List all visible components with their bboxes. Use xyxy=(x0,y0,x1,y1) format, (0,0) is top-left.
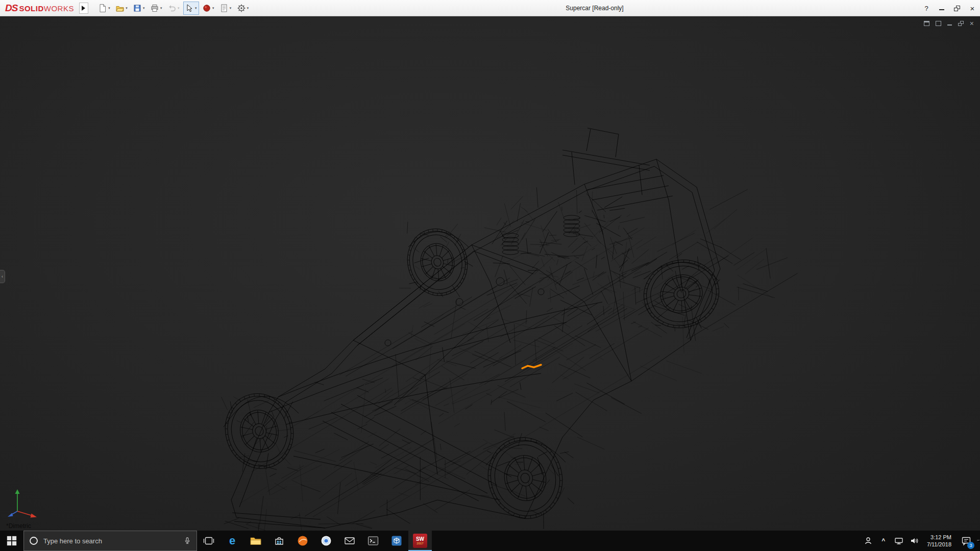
y-axis-arrow xyxy=(15,489,20,494)
file-explorer-icon xyxy=(250,535,262,547)
command-prompt-button[interactable] xyxy=(361,531,385,551)
file-explorer-button[interactable] xyxy=(244,531,267,551)
network-icon xyxy=(894,536,903,545)
dropdown-icon[interactable]: ▼ xyxy=(177,7,180,10)
doc-close-button[interactable]: × xyxy=(970,19,974,28)
show-desktop-button[interactable] xyxy=(977,540,980,542)
taskbar-clock[interactable]: 3:12 PM 7/11/2018 xyxy=(923,534,955,548)
new-window-button[interactable] xyxy=(924,19,929,28)
graphics-viewport[interactable]: × *Dimetric ‹ xyxy=(0,16,980,531)
orange-app-button[interactable] xyxy=(291,531,314,551)
mail-button[interactable] xyxy=(338,531,361,551)
command-prompt-icon xyxy=(367,535,379,547)
orange-app-icon xyxy=(297,535,309,547)
dropdown-icon[interactable]: ▼ xyxy=(125,7,128,10)
panel-flyout-tab[interactable]: ‹ xyxy=(0,270,5,283)
save-icon xyxy=(133,4,142,13)
solidworks-2017-icon: SW 2017 xyxy=(413,534,427,548)
orientation-triad xyxy=(4,488,41,519)
search-placeholder: Type here to search xyxy=(43,537,178,545)
dropdown-icon[interactable]: ▼ xyxy=(142,7,145,10)
action-center-button[interactable]: 3 xyxy=(958,531,975,551)
brand-works-text: WORKS xyxy=(44,4,74,13)
undo-icon xyxy=(167,4,177,13)
store-icon xyxy=(273,535,285,547)
windows-logo-icon xyxy=(6,535,17,546)
cad-viewer-button[interactable] xyxy=(385,531,408,551)
minimize-icon xyxy=(947,21,952,26)
taskbar-spacer xyxy=(432,531,862,551)
chevron-up-icon: ^ xyxy=(881,537,885,544)
restore-icon xyxy=(954,6,960,11)
split-window-button[interactable] xyxy=(936,19,941,28)
quick-access-toolbar: ▼ ▼ ▼ ▼ xyxy=(96,2,251,15)
save-button[interactable]: ▼ xyxy=(131,2,147,15)
solidworks-2017-button[interactable]: SW 2017 xyxy=(408,531,432,551)
clock-date: 7/11/2018 xyxy=(927,541,951,548)
taskbar-search[interactable]: Type here to search xyxy=(23,531,197,551)
solidworks-logo: DS SOLIDWORKS xyxy=(0,3,74,14)
new-window-icon xyxy=(924,21,929,26)
minimize-icon xyxy=(939,6,944,10)
wireframe-model[interactable] xyxy=(0,16,980,531)
restore-icon xyxy=(958,21,964,26)
people-button[interactable] xyxy=(862,531,875,551)
window-controls: ? × xyxy=(919,0,980,16)
select-cursor-icon xyxy=(185,4,194,13)
window-title: Supercar [Read-only] xyxy=(566,5,623,12)
appearance-icon xyxy=(202,4,211,13)
design-binder-button[interactable]: ▼ xyxy=(218,2,234,15)
options-gear-icon xyxy=(237,4,246,13)
close-icon: × xyxy=(970,5,975,12)
volume-button[interactable] xyxy=(908,531,921,551)
x-axis xyxy=(17,511,33,516)
new-document-button[interactable]: ▼ xyxy=(96,2,112,15)
dropdown-icon[interactable]: ▼ xyxy=(194,7,198,10)
appearance-button[interactable]: ▼ xyxy=(201,2,216,15)
screen: DS SOLIDWORKS ▼ ▼ xyxy=(0,0,980,551)
start-button[interactable] xyxy=(0,531,23,551)
minimize-button[interactable] xyxy=(934,0,949,16)
open-folder-icon xyxy=(115,4,125,13)
network-button[interactable] xyxy=(892,531,905,551)
edge-icon: e xyxy=(229,535,235,546)
help-button[interactable]: ? xyxy=(919,0,934,16)
close-button[interactable]: × xyxy=(965,0,980,16)
new-document-icon xyxy=(98,4,107,13)
doc-restore-button[interactable] xyxy=(958,19,964,28)
toolbar-expand-arrow[interactable] xyxy=(79,3,88,14)
undo-button[interactable]: ▼ xyxy=(166,2,182,15)
microphone-icon[interactable] xyxy=(183,536,191,545)
store-button[interactable] xyxy=(267,531,291,551)
dropdown-icon[interactable]: ▼ xyxy=(212,7,215,10)
cad-viewer-icon xyxy=(390,535,403,547)
select-button[interactable]: ▼ xyxy=(183,2,199,15)
dropdown-icon[interactable]: ▼ xyxy=(247,7,250,10)
browser-icon xyxy=(320,535,332,547)
orientation-label: *Dimetric xyxy=(6,522,31,530)
open-button[interactable]: ▼ xyxy=(114,2,130,15)
task-view-icon xyxy=(203,535,215,547)
options-button[interactable]: ▼ xyxy=(235,2,251,15)
cortana-icon xyxy=(29,536,38,545)
collapse-arrow-icon: ‹ xyxy=(2,274,3,279)
clock-time: 3:12 PM xyxy=(930,534,951,541)
print-button[interactable]: ▼ xyxy=(149,2,164,15)
hidden-icons-button[interactable]: ^ xyxy=(877,531,890,551)
doc-minimize-button[interactable] xyxy=(947,19,952,28)
dropdown-icon[interactable]: ▼ xyxy=(160,7,163,10)
dropdown-icon[interactable]: ▼ xyxy=(108,7,111,10)
browser-button[interactable] xyxy=(314,531,338,551)
x-axis-arrow xyxy=(31,514,37,518)
brand-solid-text: SOLID xyxy=(19,4,43,13)
taskbar: Type here to search e xyxy=(0,531,980,551)
task-view-button[interactable] xyxy=(197,531,220,551)
z-axis-arrow xyxy=(8,513,13,517)
edge-button[interactable]: e xyxy=(220,531,244,551)
volume-icon xyxy=(910,536,919,545)
restore-button[interactable] xyxy=(949,0,965,16)
right-triangle-icon xyxy=(82,6,85,11)
print-icon xyxy=(150,4,159,13)
dropdown-icon[interactable]: ▼ xyxy=(229,7,232,10)
close-icon: × xyxy=(970,20,974,27)
